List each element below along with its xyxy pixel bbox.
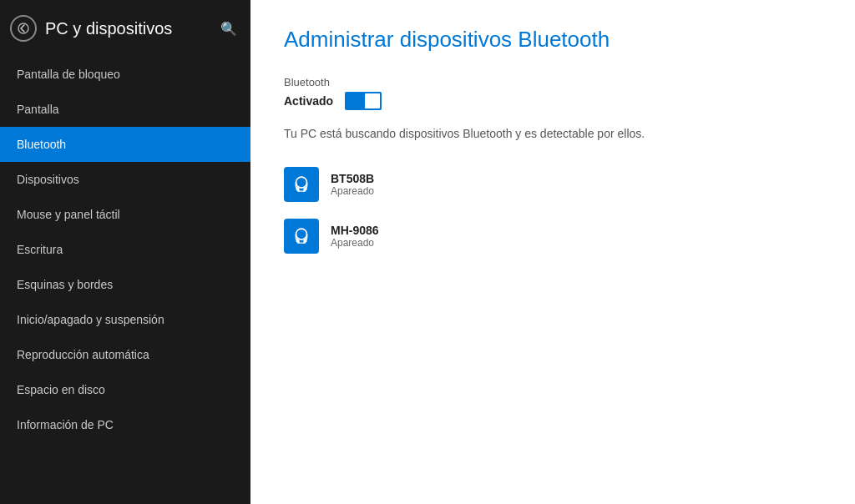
svg-point-1: [296, 177, 307, 188]
sidebar: PC y dispositivos 🔍 Pantalla de bloqueoP…: [0, 0, 250, 504]
sidebar-item-informacion-pc[interactable]: Información de PC: [0, 407, 250, 442]
svg-rect-5: [296, 239, 299, 242]
sidebar-header: PC y dispositivos 🔍: [0, 0, 250, 57]
svg-point-4: [296, 229, 307, 239]
device-item-bt508b[interactable]: BT508BApareado: [284, 160, 822, 209]
page-title: Administrar dispositivos Bluetooth: [284, 27, 822, 53]
sidebar-nav: Pantalla de bloqueoPantallaBluetoothDisp…: [0, 57, 250, 504]
device-icon-mh-9086: [284, 219, 319, 254]
sidebar-item-escritura[interactable]: Escritura: [0, 232, 250, 267]
bluetooth-toggle[interactable]: [345, 92, 382, 110]
device-item-mh-9086[interactable]: MH-9086Apareado: [284, 212, 822, 260]
sidebar-item-dispositivos[interactable]: Dispositivos: [0, 162, 250, 197]
device-list: BT508BApareado MH-9086Apareado: [284, 160, 822, 260]
device-info-mh-9086: MH-9086Apareado: [331, 224, 379, 249]
sidebar-item-esquinas-bordes[interactable]: Esquinas y bordes: [0, 267, 250, 302]
svg-point-0: [18, 23, 28, 33]
device-icon-bt508b: [284, 167, 319, 202]
device-status-bt508b: Apareado: [331, 185, 374, 197]
bluetooth-search-text: Tu PC está buscando dispositivos Bluetoo…: [284, 127, 822, 140]
sidebar-item-mouse-panel[interactable]: Mouse y panel táctil: [0, 197, 250, 232]
sidebar-item-pantalla-bloqueo[interactable]: Pantalla de bloqueo: [0, 57, 250, 92]
sidebar-item-espacio-disco[interactable]: Espacio en disco: [0, 372, 250, 407]
bluetooth-section-label: Bluetooth: [284, 76, 822, 88]
search-icon[interactable]: 🔍: [220, 21, 237, 37]
device-status-mh-9086: Apareado: [331, 237, 379, 249]
svg-rect-6: [304, 239, 306, 242]
main-content: Administrar dispositivos Bluetooth Bluet…: [250, 0, 855, 504]
device-name-bt508b: BT508B: [331, 172, 374, 185]
sidebar-item-inicio-apagado[interactable]: Inicio/apagado y suspensión: [0, 302, 250, 337]
sidebar-item-pantalla[interactable]: Pantalla: [0, 92, 250, 127]
svg-rect-2: [296, 187, 299, 190]
back-button[interactable]: [10, 15, 37, 42]
sidebar-title: PC y dispositivos: [45, 19, 212, 38]
device-info-bt508b: BT508BApareado: [331, 172, 374, 197]
sidebar-item-reproduccion-automatica[interactable]: Reproducción automática: [0, 337, 250, 372]
bluetooth-status-row: Activado: [284, 92, 822, 110]
toggle-knob: [365, 93, 380, 108]
device-name-mh-9086: MH-9086: [331, 224, 379, 237]
sidebar-item-bluetooth[interactable]: Bluetooth: [0, 127, 250, 162]
svg-rect-3: [304, 187, 306, 190]
bluetooth-status-label: Activado: [284, 94, 333, 108]
